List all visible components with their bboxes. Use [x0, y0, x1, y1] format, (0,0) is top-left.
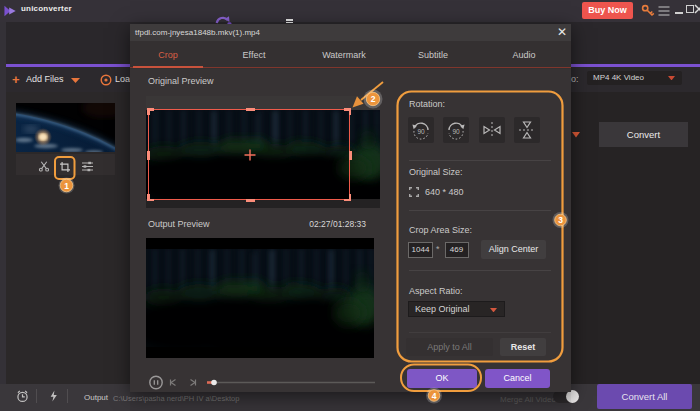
svg-text:2: 2	[371, 94, 376, 104]
svg-text:3: 3	[558, 215, 563, 225]
svg-text:1: 1	[64, 181, 69, 191]
svg-text:4: 4	[432, 391, 437, 401]
